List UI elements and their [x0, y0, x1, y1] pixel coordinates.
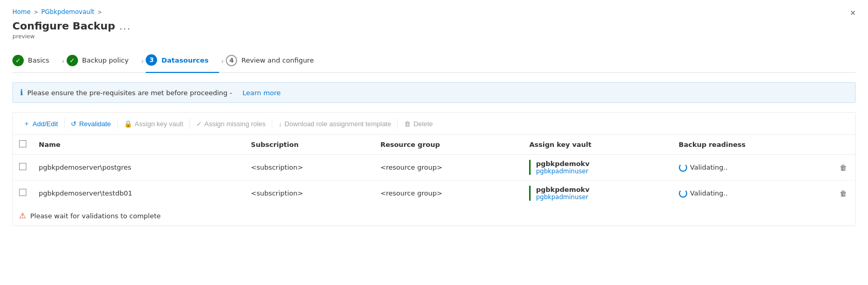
toolbar: ＋ Add/Edit ↺ Revalidate 🔒 Assign key vau…: [13, 113, 855, 135]
row2-backup-readiness: Validating..: [673, 181, 831, 206]
row1-backup-readiness: Validating..: [673, 155, 831, 181]
delete-label: Delete: [413, 120, 433, 128]
assign-missing-roles-label: Assign missing roles: [205, 120, 266, 128]
step-datasources-circle: 3: [146, 54, 157, 66]
info-text: Please ensure the pre-requisites are met…: [27, 89, 232, 97]
step-datasources-label: Datasources: [161, 56, 208, 64]
delete-toolbar-button[interactable]: 🗑 Delete: [400, 118, 437, 130]
warning-row: ⚠ Please wait for validations to complet…: [13, 206, 855, 226]
row1-subscription: <subscription>: [245, 155, 375, 181]
row2-resource-group: <resource group>: [374, 181, 523, 206]
lock-icon: 🔒: [124, 120, 132, 128]
breadcrumb: Home > PGbkpdemovault >: [12, 8, 856, 16]
page-title-row: Configure Backup ...: [12, 20, 856, 32]
warning-text: Please wait for validations to complete: [30, 212, 161, 220]
row2-key-vault-user: pgbkpadminuser: [536, 193, 666, 201]
row2-checkbox[interactable]: [19, 189, 26, 196]
backup-readiness-header: Backup readiness: [673, 135, 831, 155]
download-template-button[interactable]: ↓ Download role assignment template: [274, 118, 395, 130]
add-edit-label: Add/Edit: [33, 120, 58, 128]
assign-key-vault-label: Assign key vault: [135, 120, 183, 128]
row2-readiness-text: Validating..: [690, 189, 728, 197]
table-row: pgbkpdemoserver\postgres <subscription> …: [13, 155, 855, 181]
row2-checkbox-cell: [13, 181, 33, 206]
step-datasources[interactable]: 3 Datasources: [146, 49, 219, 73]
row1-key-vault-name: pgbkpdemokv: [536, 160, 666, 168]
row2-delete-button[interactable]: 🗑: [838, 188, 849, 199]
step-review-circle: 4: [226, 55, 237, 66]
checkmark-icon: ✓: [196, 120, 202, 128]
download-icon: ↓: [278, 120, 282, 128]
revalidate-label: Revalidate: [79, 120, 111, 128]
add-edit-button[interactable]: ＋ Add/Edit: [19, 117, 62, 130]
info-banner: ℹ Please ensure the pre-requisites are m…: [12, 82, 856, 103]
actions-header: [831, 135, 855, 155]
row1-delete-cell: 🗑: [831, 155, 855, 181]
breadcrumb-vault[interactable]: PGbkpdemovault: [41, 8, 95, 16]
toolbar-sep-2: [117, 118, 118, 129]
page-container: × Home > PGbkpdemovault > Configure Back…: [0, 0, 868, 234]
row1-checkbox-cell: [13, 155, 33, 181]
select-all-checkbox[interactable]: [19, 140, 26, 147]
row2-name: pgbkpdemoserver\testdb01: [33, 181, 245, 206]
name-header: Name: [33, 135, 245, 155]
toolbar-sep-3: [190, 118, 190, 129]
step-backup-policy-label: Backup policy: [82, 56, 129, 64]
row1-checkbox[interactable]: [19, 163, 26, 170]
step-sep-2: ›: [141, 57, 144, 65]
step-backup-policy[interactable]: ✓ Backup policy: [67, 50, 139, 72]
table-container: ＋ Add/Edit ↺ Revalidate 🔒 Assign key vau…: [12, 112, 856, 226]
row2-subscription: <subscription>: [245, 181, 375, 206]
row1-resource-group: <resource group>: [374, 155, 523, 181]
row1-name: pgbkpdemoserver\postgres: [33, 155, 245, 181]
row1-delete-button[interactable]: 🗑: [838, 162, 849, 173]
row2-key-vault-name: pgbkpdemokv: [536, 186, 666, 193]
step-backup-policy-circle: ✓: [67, 55, 78, 66]
breadcrumb-sep-2: >: [98, 9, 102, 15]
subscription-header: Subscription: [245, 135, 375, 155]
step-sep-1: ›: [61, 57, 65, 65]
learn-more-link[interactable]: Learn more: [242, 89, 281, 97]
toolbar-sep-4: [272, 118, 272, 129]
toolbar-sep-1: [64, 118, 65, 129]
close-button[interactable]: ×: [850, 8, 856, 18]
steps-row: ✓ Basics › ✓ Backup policy › 3 Datasourc…: [12, 49, 856, 73]
step-review-label: Review and configure: [241, 56, 314, 64]
row1-key-vault-user: pgbkpadminuser: [536, 168, 666, 175]
info-icon: ℹ: [20, 88, 23, 97]
revalidate-icon: ↺: [71, 120, 76, 128]
row2-spinner: [679, 189, 687, 198]
select-all-header: [13, 135, 33, 155]
row1-readiness-text: Validating..: [690, 163, 728, 171]
step-basics-circle: ✓: [12, 55, 24, 66]
step-basics-label: Basics: [28, 56, 49, 64]
download-template-label: Download role assignment template: [285, 120, 392, 128]
trash-icon: 🗑: [404, 120, 411, 128]
assign-key-vault-button[interactable]: 🔒 Assign key vault: [120, 118, 188, 130]
warning-icon: ⚠: [19, 211, 26, 220]
add-icon: ＋: [23, 119, 30, 128]
page-subtitle: preview: [12, 33, 856, 40]
data-table: Name Subscription Resource group Assign …: [13, 135, 855, 206]
row1-key-vault: pgbkpdemokv pgbkpadminuser: [523, 155, 672, 181]
resource-group-header: Resource group: [374, 135, 523, 155]
row2-key-vault: pgbkpdemokv pgbkpadminuser: [523, 181, 672, 206]
more-options-icon[interactable]: ...: [119, 21, 131, 32]
step-basics[interactable]: ✓ Basics: [12, 50, 59, 72]
revalidate-button[interactable]: ↺ Revalidate: [67, 118, 115, 130]
step-review[interactable]: 4 Review and configure: [226, 50, 324, 72]
step-sep-3: ›: [221, 57, 224, 65]
breadcrumb-sep-1: >: [34, 9, 38, 15]
row1-spinner: [679, 163, 687, 172]
assign-key-vault-header: Assign key vault: [523, 135, 672, 155]
toolbar-sep-5: [397, 118, 398, 129]
table-row: pgbkpdemoserver\testdb01 <subscription> …: [13, 181, 855, 206]
assign-missing-roles-button[interactable]: ✓ Assign missing roles: [192, 118, 270, 130]
breadcrumb-home[interactable]: Home: [12, 8, 30, 16]
row2-delete-cell: 🗑: [831, 181, 855, 206]
page-title: Configure Backup: [12, 20, 115, 32]
